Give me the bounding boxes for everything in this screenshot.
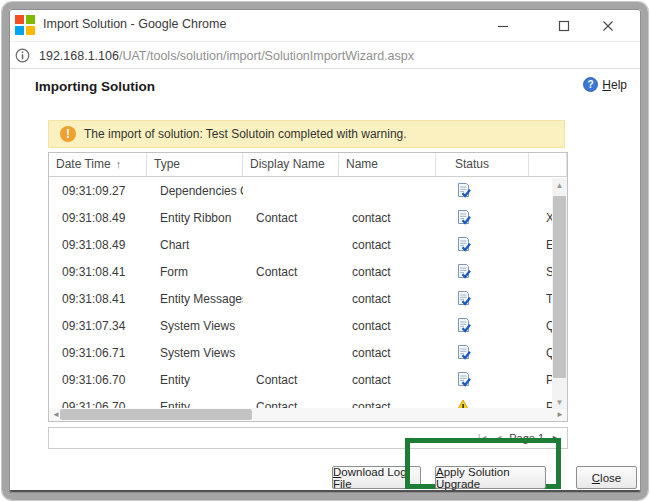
column-header-extra[interactable] <box>529 153 567 176</box>
cell-name: contact <box>339 238 436 252</box>
page-info-icon[interactable] <box>15 48 30 63</box>
svg-text:?: ? <box>588 79 594 90</box>
status-success-icon <box>436 182 529 199</box>
cell-date-time: 09:31:08.41 <box>49 265 147 279</box>
window-title: Import Solution - Google Chrome <box>43 17 226 31</box>
cell-name: contact <box>339 373 436 387</box>
cell-date-time: 09:31:06.71 <box>49 346 147 360</box>
help-link[interactable]: ? Help <box>583 77 627 92</box>
warning-banner: ! The import of solution: Test Solutoin … <box>48 120 565 148</box>
table-row[interactable]: 09:31:08.49 Entity Ribbon Contact contac… <box>49 204 567 231</box>
grid-footer: |◄ ◄ Page 1 ► <box>48 427 568 449</box>
cell-type: Entity Ribbon <box>147 211 243 225</box>
cell-date-time: 09:31:08.41 <box>49 292 147 306</box>
warning-message: The import of solution: Test Solutoin co… <box>84 127 407 141</box>
cell-display-name: Contact <box>243 373 339 387</box>
cell-type: Entity Messages <box>147 292 243 306</box>
status-success-icon <box>436 290 529 307</box>
table-row[interactable]: 09:31:07.34 System Views contact Q <box>49 312 567 339</box>
close-window-button[interactable] <box>593 13 623 39</box>
table-row[interactable]: 09:31:06.70 Entity Contact contact Pe <box>49 393 567 409</box>
window-titlebar[interactable]: Import Solution - Google Chrome <box>9 9 641 42</box>
cell-type: System Views <box>147 319 243 333</box>
page-title: Importing Solution <box>35 79 155 94</box>
scroll-right-icon[interactable]: ► <box>553 410 567 419</box>
cell-name: contact <box>339 346 436 360</box>
column-header-type[interactable]: Type <box>147 153 243 176</box>
scroll-down-icon[interactable]: ▼ <box>552 395 567 409</box>
warning-exclamation-icon: ! <box>60 126 76 142</box>
next-page-icon[interactable]: ► <box>551 433 559 443</box>
cell-date-time: 09:31:07.34 <box>49 319 147 333</box>
table-row[interactable]: 09:31:08.41 Form Contact contact Sy <box>49 258 567 285</box>
status-success-icon <box>436 317 529 334</box>
maximize-button[interactable] <box>549 13 579 39</box>
scroll-up-icon[interactable]: ▲ <box>552 178 567 192</box>
table-row[interactable]: 09:31:08.49 Chart contact Er <box>49 231 567 258</box>
cell-date-time: 09:31:08.49 <box>49 211 147 225</box>
cell-name: contact <box>339 292 436 306</box>
table-row[interactable]: 09:31:06.70 Entity Contact contact Pe <box>49 366 567 393</box>
cell-type: Entity <box>147 373 243 387</box>
horizontal-scrollbar-thumb[interactable] <box>60 409 252 420</box>
table-row[interactable]: 09:31:09.27 Dependencies C... <box>49 177 567 204</box>
status-success-icon <box>436 236 529 253</box>
url-bar[interactable]: 192.168.1.106/UAT/tools/solution/import/… <box>9 43 641 69</box>
vertical-scrollbar[interactable]: ▲ ▼ <box>552 178 567 409</box>
cell-name: contact <box>339 319 436 333</box>
grid-header-row: Date Time↑ Type Display Name Name Status <box>49 153 567 177</box>
download-log-file-button[interactable]: Download Log File <box>332 466 421 489</box>
sort-ascending-icon: ↑ <box>116 158 122 170</box>
horizontal-scrollbar[interactable]: ◄ ► <box>49 408 567 421</box>
help-label: Help <box>602 78 627 92</box>
cell-name: contact <box>339 211 436 225</box>
cell-date-time: 09:31:06.70 <box>49 373 147 387</box>
table-row[interactable]: 09:31:06.71 System Views contact Q <box>49 339 567 366</box>
column-header-display-name[interactable]: Display Name <box>243 153 339 176</box>
pager: |◄ ◄ Page 1 ► <box>478 432 559 444</box>
cell-date-time: 09:31:09.27 <box>49 184 147 198</box>
chrome-popup-window: Import Solution - Google Chrome 192.168.… <box>9 9 641 493</box>
first-page-icon[interactable]: |◄ <box>478 433 487 443</box>
status-success-icon <box>436 263 529 280</box>
page-url: 192.168.1.106/UAT/tools/solution/import/… <box>39 49 414 63</box>
vertical-scrollbar-thumb[interactable] <box>553 196 566 378</box>
url-path: /UAT/tools/solution/import/SolutionImpor… <box>119 49 414 63</box>
cell-date-time: 09:31:08.49 <box>49 238 147 252</box>
minimize-button[interactable] <box>488 13 518 39</box>
close-button[interactable]: Close <box>576 466 637 489</box>
import-results-grid: Date Time↑ Type Display Name Name Status… <box>48 152 568 422</box>
microsoft-logo-icon <box>15 15 35 35</box>
apply-solution-upgrade-button[interactable]: Apply Solution Upgrade <box>435 466 546 489</box>
table-row[interactable]: 09:31:08.41 Entity Messages contact Te <box>49 285 567 312</box>
previous-page-icon[interactable]: ◄ <box>494 433 502 443</box>
cell-name: contact <box>339 265 436 279</box>
window-bottom-edge <box>9 490 641 493</box>
column-header-status[interactable]: Status <box>436 153 529 176</box>
cell-display-name: Contact <box>243 211 339 225</box>
screenshot-root: Import Solution - Google Chrome 192.168.… <box>0 0 650 502</box>
cell-type: Chart <box>147 238 243 252</box>
url-host: 192.168.1.106 <box>39 49 119 63</box>
table-body: 09:31:09.27 Dependencies C... 09:31:08.4… <box>49 177 567 409</box>
status-success-icon <box>436 344 529 361</box>
cell-type: System Views <box>147 346 243 360</box>
help-icon: ? <box>583 77 598 92</box>
cell-type: Form <box>147 265 243 279</box>
column-header-name[interactable]: Name <box>339 153 436 176</box>
cell-type: Dependencies C... <box>147 184 243 198</box>
cell-display-name: Contact <box>243 265 339 279</box>
page-indicator: Page 1 <box>509 432 544 444</box>
status-success-icon <box>436 371 529 388</box>
status-success-icon <box>436 209 529 226</box>
column-header-date-time[interactable]: Date Time↑ <box>49 153 147 176</box>
